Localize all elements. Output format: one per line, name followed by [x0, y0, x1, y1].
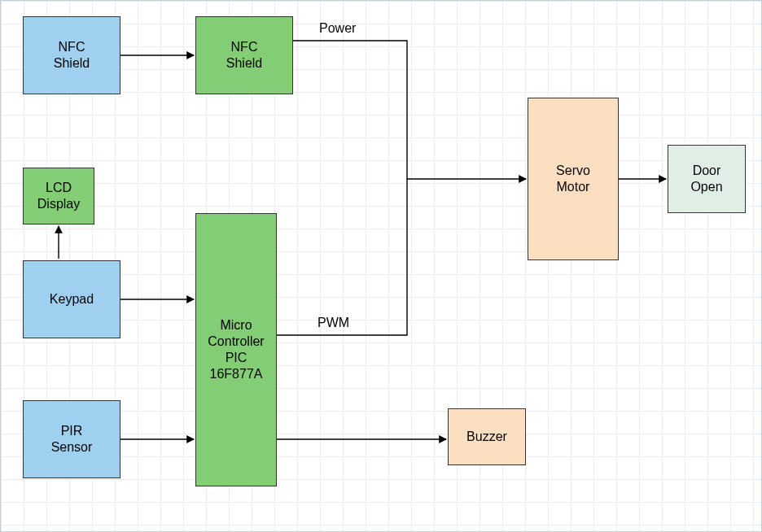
block-nfc-shield-power: NFC Shield: [195, 16, 293, 94]
block-keypad: Keypad: [23, 260, 120, 338]
label-pwm: PWM: [318, 316, 349, 330]
block-pir-sensor: PIR Sensor: [23, 400, 120, 478]
block-door-open: Door Open: [668, 145, 746, 213]
label-power: Power: [319, 21, 356, 36]
block-servo-motor: Servo Motor: [528, 98, 619, 260]
block-nfc-shield-input: NFC Shield: [23, 16, 120, 94]
block-microcontroller: Micro Controller PIC 16F877A: [195, 213, 277, 486]
block-lcd-display: LCD Display: [23, 168, 94, 225]
block-buzzer: Buzzer: [448, 408, 526, 465]
diagram-canvas: NFC Shield NFC Shield LCD Display Keypad…: [0, 0, 762, 532]
